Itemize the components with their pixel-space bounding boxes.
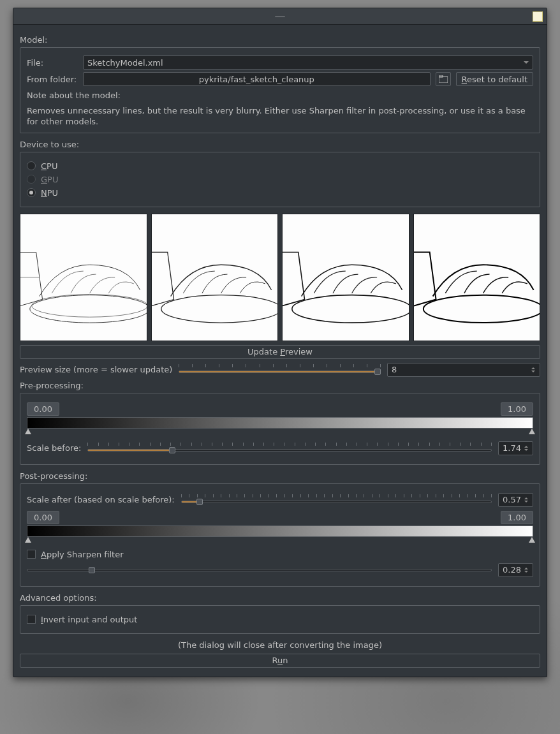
preview-thumbnail-2	[151, 214, 279, 341]
scale-before-value: 1.74	[503, 443, 521, 453]
folder-label: From folder:	[27, 75, 78, 84]
radio-gpu[interactable]: GPU	[27, 175, 533, 184]
folder-input[interactable]: pykrita/fast_sketch_cleanup	[83, 72, 431, 86]
reset-default-button[interactable]: Reset to default	[456, 72, 533, 86]
preview-size-label: Preview size (more = slower update)	[20, 365, 172, 374]
checkbox-icon	[27, 615, 36, 624]
level-handles[interactable]	[27, 429, 533, 435]
scale-before-label: Scale before:	[27, 443, 81, 453]
close-icon[interactable]	[533, 11, 543, 22]
pre-level-min[interactable]: 0.00	[27, 402, 59, 416]
post-group: Scale after (based on scale before): 0.5…	[20, 483, 540, 587]
file-label: File:	[27, 58, 78, 68]
triangle-handle-icon[interactable]	[25, 429, 31, 434]
model-file-value: SketchyModel.xml	[87, 58, 163, 68]
advanced-section-label: Advanced options:	[20, 593, 540, 603]
svg-point-6	[423, 295, 540, 322]
folder-value: pykrita/fast_sketch_cleanup	[199, 75, 314, 84]
pre-group: 0.00 1.00 Scale before: 1.74	[20, 393, 540, 465]
scale-after-spinbox[interactable]: 0.57	[498, 493, 533, 507]
advanced-group: Invert input and output	[20, 605, 540, 634]
note-text: Removes unnecessary lines, but the resul…	[27, 105, 533, 128]
sharpen-amount-spinbox[interactable]: 0.28	[498, 563, 533, 577]
browse-folder-button[interactable]	[436, 72, 451, 86]
radio-npu[interactable]: NPU	[27, 188, 533, 198]
model-group: File: SketchyModel.xml From folder: pykr…	[20, 47, 540, 133]
note-label: Note about the model:	[27, 90, 533, 101]
scale-before-spinbox[interactable]: 1.74	[498, 441, 533, 455]
window-title	[275, 16, 285, 17]
gradient-bar	[27, 417, 533, 429]
preview-thumbnail-3	[282, 214, 409, 341]
model-file-combo[interactable]: SketchyModel.xml	[83, 55, 533, 70]
model-section-label: Model:	[20, 35, 540, 45]
triangle-handle-icon[interactable]	[25, 537, 31, 543]
pre-levels[interactable]: 0.00 1.00	[27, 402, 533, 435]
pre-section-label: Pre-processing:	[20, 381, 540, 390]
device-group: CPU GPU NPU	[20, 152, 540, 207]
level-handles[interactable]	[27, 537, 533, 543]
titlebar	[13, 8, 547, 25]
preview-size-value: 8	[392, 365, 397, 374]
scale-before-slider[interactable]	[87, 443, 492, 454]
apply-sharpen-checkbox[interactable]: Apply Sharpen filter	[27, 550, 533, 559]
pre-level-max[interactable]: 1.00	[501, 402, 533, 416]
footer-info: (The dialog will close after converting …	[20, 640, 540, 650]
preview-thumbnail-1	[20, 214, 147, 341]
dialog-window: Model: File: SketchyModel.xml From folde…	[13, 8, 547, 677]
device-section-label: Device to use:	[20, 140, 540, 149]
post-section-label: Post-processing:	[20, 471, 540, 481]
checkbox-icon	[27, 550, 36, 559]
triangle-handle-icon[interactable]	[529, 537, 535, 543]
run-button[interactable]: Run	[20, 654, 540, 668]
invert-checkbox[interactable]: Invert input and output	[27, 615, 533, 624]
update-preview-button[interactable]: Update Preview	[20, 345, 540, 359]
preview-size-spinbox[interactable]: 8	[387, 363, 540, 377]
post-level-max[interactable]: 1.00	[501, 511, 533, 524]
sharpen-amount-value: 0.28	[503, 565, 521, 575]
preview-thumbnail-4	[413, 214, 541, 341]
gradient-bar	[27, 525, 533, 537]
svg-point-4	[161, 295, 277, 322]
svg-point-3	[32, 294, 147, 317]
scale-after-label: Scale after (based on scale before):	[27, 495, 175, 504]
radio-cpu[interactable]: CPU	[27, 161, 533, 171]
svg-point-5	[292, 295, 409, 322]
radio-icon	[27, 161, 36, 170]
reset-label-rest: eset to default	[467, 75, 527, 84]
sharpen-amount-slider[interactable]	[27, 567, 492, 573]
preview-size-slider[interactable]	[179, 364, 381, 376]
post-levels[interactable]: 0.00 1.00	[27, 511, 533, 543]
preview-row	[20, 214, 540, 341]
svg-point-2	[30, 295, 147, 322]
radio-icon	[27, 188, 36, 197]
triangle-handle-icon[interactable]	[529, 429, 535, 434]
post-level-min[interactable]: 0.00	[27, 511, 59, 524]
radio-icon	[27, 175, 36, 184]
folder-icon	[439, 75, 448, 83]
chevron-down-icon	[524, 61, 529, 64]
scale-after-slider[interactable]	[181, 494, 492, 506]
scale-after-value: 0.57	[503, 495, 521, 504]
